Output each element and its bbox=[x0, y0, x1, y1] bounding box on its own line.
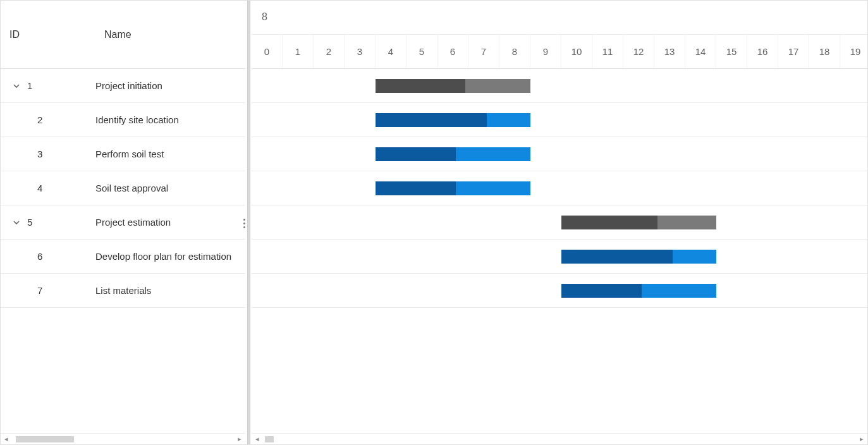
progress-bar[interactable] bbox=[561, 284, 642, 298]
chevron-down-icon[interactable] bbox=[12, 82, 21, 90]
progress-bar[interactable] bbox=[561, 216, 657, 229]
timeline-tick: 2 bbox=[314, 35, 345, 69]
cell-id: 7 bbox=[1, 285, 95, 296]
chart-row bbox=[252, 240, 867, 274]
gantt-task-bar[interactable] bbox=[376, 147, 530, 161]
timeline-pane: 8 012345678910111213141516171819 ◂ ▸ bbox=[252, 1, 867, 444]
cell-name: Project estimation bbox=[95, 217, 245, 228]
gantt-task-bar[interactable] bbox=[561, 250, 716, 264]
timeline-tick: 14 bbox=[685, 35, 716, 69]
timeline-tick: 4 bbox=[376, 35, 406, 69]
timeline-tick: 19 bbox=[840, 35, 867, 69]
timeline-tick: 18 bbox=[809, 35, 840, 69]
scroll-track[interactable] bbox=[263, 436, 856, 443]
cell-name: Identify site location bbox=[95, 114, 245, 125]
timeline-tick: 10 bbox=[561, 35, 592, 69]
progress-bar[interactable] bbox=[376, 181, 456, 195]
timeline-horizontal-scrollbar[interactable]: ◂ ▸ bbox=[252, 433, 867, 444]
scroll-right-arrow-icon[interactable]: ▸ bbox=[234, 434, 245, 445]
chevron-down-icon[interactable] bbox=[12, 218, 21, 227]
gantt-parent-bar[interactable] bbox=[561, 216, 716, 229]
grid-header: ID Name bbox=[1, 1, 245, 69]
cell-id: 4 bbox=[1, 183, 95, 193]
chart-row bbox=[252, 69, 867, 103]
scroll-thumb[interactable] bbox=[16, 436, 74, 442]
row-id: 5 bbox=[27, 217, 32, 228]
chart-row bbox=[252, 137, 867, 171]
timeline-tick: 9 bbox=[530, 35, 561, 69]
gantt-task-bar[interactable] bbox=[376, 181, 530, 195]
grid-row[interactable]: 7List materials bbox=[1, 274, 245, 308]
grid-row[interactable]: 4Soil test approval bbox=[1, 171, 245, 205]
timeline-tick: 16 bbox=[747, 35, 778, 69]
gantt-task-bar[interactable] bbox=[376, 113, 530, 127]
cell-name: Perform soil test bbox=[95, 149, 245, 159]
grid-row[interactable]: 1Project initiation bbox=[1, 69, 245, 103]
grid-row[interactable]: 6Develop floor plan for estimation bbox=[1, 240, 245, 274]
gantt-task-bar[interactable] bbox=[561, 284, 716, 298]
chart-row bbox=[252, 205, 867, 240]
scroll-track[interactable] bbox=[12, 436, 234, 443]
row-id: 3 bbox=[37, 149, 42, 159]
cell-id: 6 bbox=[1, 251, 95, 262]
progress-bar[interactable] bbox=[376, 113, 487, 127]
column-header-name[interactable]: Name bbox=[95, 1, 245, 68]
grid-horizontal-scrollbar[interactable]: ◂ ▸ bbox=[1, 433, 245, 444]
timeline-tick: 1 bbox=[283, 35, 314, 69]
splitter-grip-icon[interactable] bbox=[243, 219, 246, 228]
chart-row bbox=[252, 103, 867, 137]
pane-splitter[interactable] bbox=[245, 1, 252, 444]
cell-id: 3 bbox=[1, 149, 95, 159]
grid-row[interactable]: 2Identify site location bbox=[1, 103, 245, 137]
timeline-tick: 15 bbox=[716, 35, 747, 69]
scroll-thumb[interactable] bbox=[265, 436, 274, 442]
splitter-track bbox=[247, 1, 250, 444]
cell-name: Develop floor plan for estimation bbox=[95, 251, 245, 262]
cell-name: List materials bbox=[95, 285, 245, 296]
timeline-top-tier: 8 bbox=[252, 1, 867, 35]
cell-name: Project initiation bbox=[95, 80, 245, 91]
row-id: 4 bbox=[37, 183, 42, 193]
progress-bar[interactable] bbox=[376, 147, 456, 161]
row-id: 7 bbox=[37, 285, 42, 296]
timeline-tick: 8 bbox=[499, 35, 530, 69]
chart-row bbox=[252, 274, 867, 308]
grid-row[interactable]: 5Project estimation bbox=[1, 205, 245, 240]
progress-bar[interactable] bbox=[561, 250, 673, 264]
timeline-tick: 7 bbox=[468, 35, 499, 69]
timeline-tick: 5 bbox=[406, 35, 437, 69]
column-header-id[interactable]: ID bbox=[1, 1, 95, 68]
row-id: 1 bbox=[27, 80, 32, 91]
timeline-tick: 12 bbox=[623, 35, 654, 69]
grid-body: 1Project initiation2Identify site locati… bbox=[1, 69, 245, 433]
timeline-tick: 3 bbox=[345, 35, 376, 69]
gantt-parent-bar[interactable] bbox=[376, 79, 530, 93]
cell-id: 2 bbox=[1, 114, 95, 125]
scroll-right-arrow-icon[interactable]: ▸ bbox=[856, 434, 867, 445]
gantt-chart: ID Name 1Project initiation2Identify sit… bbox=[0, 0, 868, 445]
timeline-body[interactable] bbox=[252, 69, 867, 433]
chart-row bbox=[252, 171, 867, 205]
grid-pane: ID Name 1Project initiation2Identify sit… bbox=[1, 1, 245, 444]
cell-name: Soil test approval bbox=[95, 183, 245, 193]
scroll-left-arrow-icon[interactable]: ◂ bbox=[252, 434, 263, 445]
scroll-left-arrow-icon[interactable]: ◂ bbox=[1, 434, 12, 445]
grid-row[interactable]: 3Perform soil test bbox=[1, 137, 245, 171]
cell-id: 5 bbox=[1, 217, 95, 228]
timeline-tick: 6 bbox=[437, 35, 468, 69]
row-id: 6 bbox=[37, 251, 42, 262]
timeline-header: 8 012345678910111213141516171819 bbox=[252, 1, 867, 69]
row-id: 2 bbox=[37, 114, 42, 125]
cell-id: 1 bbox=[1, 80, 95, 91]
timeline-bottom-tier: 012345678910111213141516171819 bbox=[252, 35, 867, 69]
timeline-tick: 11 bbox=[592, 35, 623, 69]
timeline-tick: 17 bbox=[778, 35, 809, 69]
timeline-tick: 13 bbox=[654, 35, 685, 69]
progress-bar[interactable] bbox=[376, 79, 465, 93]
timeline-tick: 0 bbox=[252, 35, 283, 69]
